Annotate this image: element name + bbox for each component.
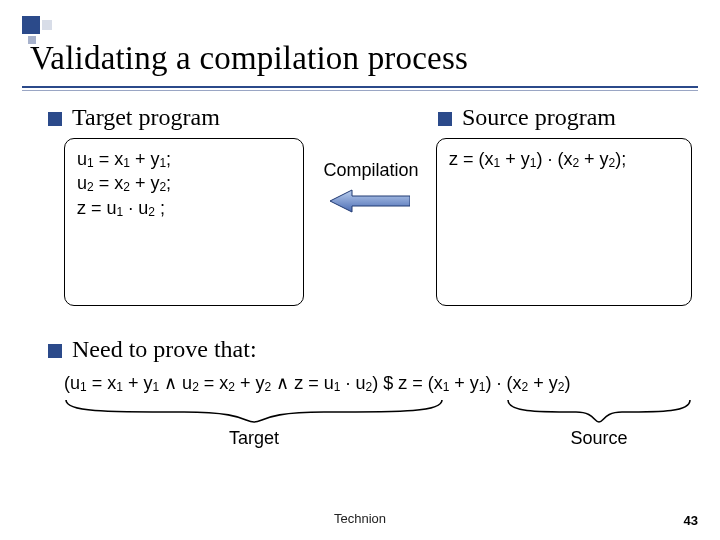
target-brace-label: Target — [64, 428, 444, 449]
bullet-icon — [48, 112, 62, 126]
compilation-label: Compilation — [316, 160, 426, 181]
slide: Validating a compilation process Target … — [0, 0, 720, 540]
prove-heading: Need to prove that: — [72, 336, 257, 363]
prove-formula: (u1 = x1 + y1 ∧ u2 = x2 + y2 ∧ z = u1 · … — [64, 372, 570, 394]
bullet-icon — [48, 344, 62, 358]
bullet-icon — [438, 112, 452, 126]
title-rule — [22, 86, 698, 88]
title-rule-shadow — [22, 90, 698, 91]
source-code: z = (x1 + y1) · (x2 + y2); — [449, 149, 626, 169]
footer-org: Technion — [0, 511, 720, 526]
compilation-arrow — [330, 188, 410, 218]
source-code-box: z = (x1 + y1) · (x2 + y2); — [436, 138, 692, 306]
target-code: u1 = x1 + y1;u2 = x2 + y2;z = u1 · u2 ; — [77, 149, 171, 218]
slide-title: Validating a compilation process — [30, 40, 468, 77]
target-code-box: u1 = x1 + y1;u2 = x2 + y2;z = u1 · u2 ; — [64, 138, 304, 306]
corner-decoration — [22, 16, 58, 38]
arrow-left-icon — [330, 188, 410, 214]
target-heading: Target program — [72, 104, 220, 131]
source-heading: Source program — [462, 104, 616, 131]
source-brace-label: Source — [506, 428, 692, 449]
page-number: 43 — [684, 513, 698, 528]
svg-marker-0 — [330, 190, 410, 212]
source-brace — [506, 398, 692, 424]
target-brace — [64, 398, 444, 424]
